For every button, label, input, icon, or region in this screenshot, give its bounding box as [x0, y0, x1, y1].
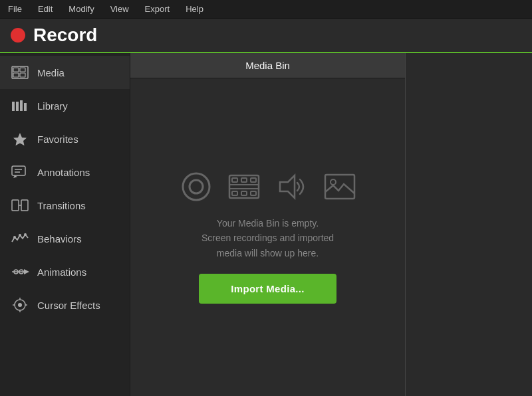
cursor-effects-icon	[11, 298, 29, 312]
svg-rect-10	[12, 166, 25, 175]
sidebar-label-behaviors: Behaviors	[37, 233, 82, 245]
titlebar: Record	[0, 19, 532, 53]
svg-marker-21	[24, 269, 29, 274]
import-media-button[interactable]: Import Media...	[199, 274, 336, 304]
svg-point-19	[24, 233, 27, 236]
sidebar-item-animations[interactable]: Animations	[0, 255, 130, 288]
svg-rect-37	[241, 191, 247, 195]
svg-rect-42	[325, 175, 354, 199]
annotations-icon	[11, 165, 29, 179]
behaviors-icon	[11, 231, 29, 246]
svg-rect-38	[251, 191, 256, 195]
media-bin-header: Media Bin	[130, 53, 405, 78]
svg-rect-36	[232, 191, 237, 195]
svg-rect-33	[232, 178, 237, 182]
sidebar-item-media[interactable]: Media	[0, 56, 130, 89]
svg-point-17	[13, 236, 16, 239]
svg-rect-8	[24, 103, 27, 111]
sidebar-label-media: Media	[37, 67, 65, 78]
empty-record-icon	[180, 171, 212, 203]
svg-marker-9	[13, 133, 27, 146]
svg-point-31	[190, 180, 203, 193]
menubar: File Edit Modify View Export Help	[0, 0, 532, 19]
svg-rect-7	[20, 100, 23, 111]
svg-rect-3	[13, 73, 19, 77]
menu-help[interactable]: Help	[183, 3, 206, 15]
sidebar-label-library: Library	[37, 100, 68, 112]
sidebar-item-cursor-effects[interactable]: Cursor Effects	[0, 288, 130, 322]
svg-point-43	[331, 179, 336, 185]
sidebar: Media Library Favorites	[0, 53, 130, 396]
svg-point-30	[183, 173, 209, 200]
menu-modify[interactable]: Modify	[66, 3, 96, 15]
svg-point-29	[18, 303, 22, 307]
menu-file[interactable]: File	[5, 3, 25, 15]
empty-audio-icon	[276, 173, 308, 201]
sidebar-item-library[interactable]: Library	[0, 89, 130, 122]
library-icon	[11, 98, 29, 113]
svg-rect-6	[16, 102, 19, 111]
menu-export[interactable]: Export	[142, 3, 173, 15]
empty-image-icon	[324, 173, 356, 200]
main-layout: Media Library Favorites	[0, 53, 532, 396]
sidebar-label-cursor-effects: Cursor Effects	[37, 300, 100, 311]
sidebar-item-transitions[interactable]: Transitions	[0, 189, 130, 222]
svg-rect-14	[12, 200, 19, 211]
svg-rect-32	[229, 175, 259, 198]
svg-rect-34	[241, 178, 247, 182]
media-icon	[11, 65, 29, 80]
sidebar-label-animations: Animations	[37, 266, 86, 278]
svg-rect-5	[12, 102, 15, 111]
favorites-icon	[11, 132, 29, 146]
empty-film-icon	[228, 173, 260, 201]
sidebar-item-favorites[interactable]: Favorites	[0, 122, 130, 155]
sidebar-label-favorites: Favorites	[37, 134, 78, 145]
sidebar-label-transitions: Transitions	[37, 200, 86, 211]
menu-edit[interactable]: Edit	[35, 3, 55, 15]
svg-point-18	[19, 234, 21, 237]
empty-state-icons	[180, 171, 356, 203]
svg-rect-35	[251, 178, 256, 182]
media-bin-panel: Media Bin	[130, 53, 406, 396]
right-panel	[406, 53, 532, 396]
menu-view[interactable]: View	[108, 3, 132, 15]
svg-marker-41	[280, 175, 295, 198]
page-title: Record	[33, 25, 97, 46]
record-dot-icon	[11, 28, 25, 43]
sidebar-item-annotations[interactable]: Annotations	[0, 155, 130, 189]
transitions-icon	[11, 198, 29, 213]
svg-rect-4	[20, 73, 25, 77]
sidebar-item-behaviors[interactable]: Behaviors	[0, 222, 130, 255]
animations-icon	[11, 264, 29, 279]
svg-rect-2	[20, 68, 25, 72]
sidebar-label-annotations: Annotations	[37, 167, 90, 178]
empty-state-text: Your Media Bin is empty. Screen recordin…	[201, 216, 334, 260]
svg-rect-15	[21, 200, 28, 211]
svg-rect-1	[13, 68, 19, 72]
media-bin-body: Your Media Bin is empty. Screen recordin…	[130, 78, 405, 396]
